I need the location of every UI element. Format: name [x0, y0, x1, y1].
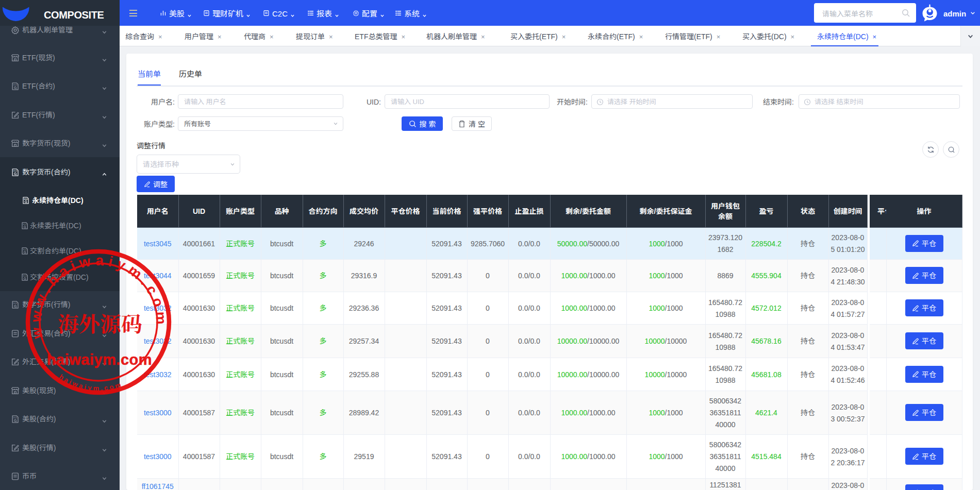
svg-text:SQL: SQL: [13, 170, 18, 172]
svg-text:SQL: SQL: [23, 223, 27, 225]
svg-text:SQL: SQL: [13, 302, 18, 305]
svg-text:SQL: SQL: [23, 274, 27, 277]
svg-text:SQL: SQL: [23, 248, 27, 250]
svg-text:SQL: SQL: [13, 83, 18, 86]
svg-text:SQL: SQL: [24, 197, 28, 200]
svg-text:SQL: SQL: [13, 416, 18, 419]
